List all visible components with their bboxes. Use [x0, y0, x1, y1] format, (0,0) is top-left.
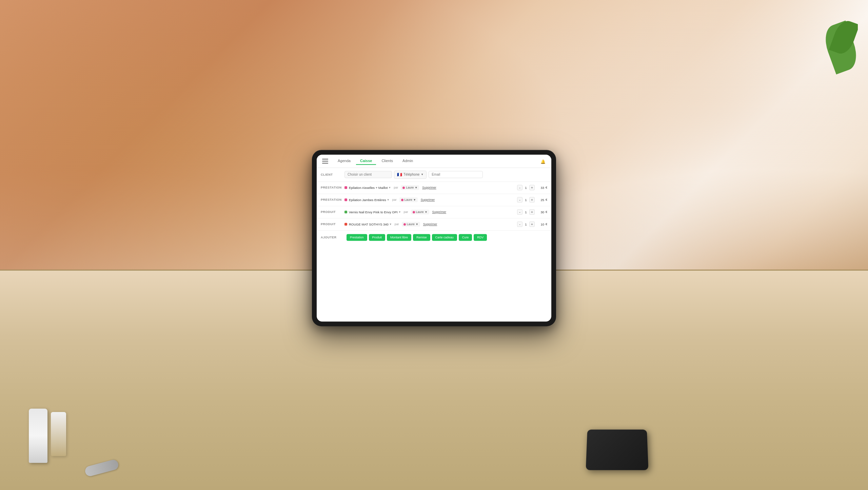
add-buttons: Prestation Produit Montant libre Remise …: [347, 234, 487, 241]
price-2: 25: [536, 198, 544, 202]
email-input[interactable]: [429, 171, 483, 178]
flag-icon: 🇫🇷: [397, 172, 402, 177]
operator-4-arrow: ▼: [416, 223, 418, 226]
qty-controls-1: - 1 + 33 €: [517, 185, 547, 190]
client-row: CLIENT 🇫🇷 Téléphone ▼: [317, 168, 551, 182]
supprimer-3-button[interactable]: Supprimer: [432, 210, 447, 214]
produit-2-color: [344, 223, 347, 226]
tablet-frame: Agenda Caisse Clients Admin 🔔 CLIENT: [312, 150, 556, 326]
qty-value-2: 1: [524, 198, 528, 202]
produit-row-1: PRODUIT Vernis Nail Envy Pink to Envy OP…: [317, 206, 551, 218]
qty-minus-1[interactable]: -: [517, 185, 522, 190]
client-search-input[interactable]: [344, 171, 392, 178]
produit-1-name: Vernis Nail Envy Pink to Envy OPI ▼: [349, 210, 401, 214]
prestation-1-dropdown-icon[interactable]: ▼: [388, 186, 391, 189]
menu-icon[interactable]: [322, 159, 328, 163]
prestation-2-color: [344, 198, 347, 201]
qty-controls-2: - 1 + 25 €: [517, 197, 547, 202]
operator-1-name: Laure: [406, 186, 414, 189]
bottle-left: [29, 409, 47, 463]
add-prestation-button[interactable]: Prestation: [347, 234, 367, 241]
notification-icon[interactable]: 🔔: [540, 158, 546, 164]
operator-2-arrow: ▼: [413, 198, 416, 201]
produit-2-dropdown-icon[interactable]: ▼: [389, 223, 392, 226]
phone-dropdown-icon: ▼: [421, 173, 423, 176]
prestation-1-par: par: [394, 186, 398, 189]
operator-2-name: Laure: [405, 198, 412, 201]
plant-decoration: [817, 17, 858, 85]
nav-tabs: Agenda Caisse Clients Admin: [334, 157, 540, 165]
currency-3: €: [546, 210, 547, 214]
add-cure-button[interactable]: Cure: [459, 234, 472, 241]
operator-1-dot: [402, 187, 405, 189]
prestation-1-color: [344, 186, 347, 189]
qty-value-1: 1: [524, 186, 528, 190]
operator-3-name: Laure: [416, 210, 424, 214]
ajouter-label: AJOUTER: [321, 236, 344, 239]
qty-plus-3[interactable]: +: [529, 209, 535, 215]
prestation-row-2: PRESTATION Epilation Jambes Entières ▼ p…: [317, 194, 551, 206]
currency-1: €: [546, 186, 547, 189]
bell-icon: 🔔: [540, 159, 546, 164]
produit-1-dropdown-icon[interactable]: ▼: [398, 211, 401, 214]
operator-2-dot: [401, 199, 403, 201]
qty-minus-2[interactable]: -: [517, 197, 522, 202]
prestation-1-operator[interactable]: Laure ▼: [401, 185, 419, 190]
qty-controls-4: - 1 + 10 €: [517, 221, 547, 227]
operator-1-arrow: ▼: [415, 186, 417, 189]
add-montant-libre-button[interactable]: Montant libre: [387, 234, 411, 241]
produit-1-label: PRODUIT: [321, 210, 344, 214]
prestation-2-name: Epilation Jambes Entières ▼: [349, 198, 390, 202]
qty-value-3: 1: [524, 210, 528, 214]
phone-button[interactable]: 🇫🇷 Téléphone ▼: [394, 171, 427, 179]
prestation-2-operator[interactable]: Laure ▼: [399, 197, 418, 202]
produit-2-operator[interactable]: Laure ▼: [402, 222, 420, 227]
tablet-wrapper: Agenda Caisse Clients Admin 🔔 CLIENT: [312, 150, 556, 326]
prestation-1-label: PRESTATION: [321, 186, 344, 189]
tab-caisse[interactable]: Caisse: [356, 157, 376, 165]
qty-minus-3[interactable]: -: [517, 209, 522, 215]
prestation-2-dropdown-icon[interactable]: ▼: [387, 198, 390, 201]
currency-2: €: [546, 198, 547, 201]
produit-1-par: par: [404, 210, 408, 214]
prestation-2-content: Epilation Jambes Entières ▼ par Laure ▼ …: [344, 197, 517, 202]
produit-1-operator[interactable]: Laure ▼: [411, 210, 429, 214]
add-carte-cadeau-button[interactable]: Carte cadeau: [432, 234, 457, 241]
qty-value-4: 1: [524, 222, 528, 226]
add-row: AJOUTER Prestation Produit Montant libre…: [317, 231, 551, 244]
app-header: Agenda Caisse Clients Admin 🔔: [317, 155, 551, 168]
app-content: CLIENT 🇫🇷 Téléphone ▼ PRESTATION: [317, 168, 551, 321]
produit-2-par: par: [395, 222, 399, 226]
prestation-2-par: par: [392, 198, 397, 201]
add-rdv-button[interactable]: RDV: [474, 234, 487, 241]
add-produit-button[interactable]: Produit: [369, 234, 386, 241]
prestation-1-content: Epilation Aisselles + Maillot ▼ par Laur…: [344, 185, 517, 190]
tab-clients[interactable]: Clients: [377, 157, 397, 165]
produit-2-name: ROUGE MAT SOTHYS 340 ▼: [349, 222, 392, 226]
produit-1-color: [344, 211, 347, 213]
operator-3-arrow: ▼: [425, 211, 428, 214]
produit-2-label: PRODUIT: [321, 222, 344, 226]
produit-2-content: ROUGE MAT SOTHYS 340 ▼ par Laure ▼ Suppr…: [344, 222, 517, 227]
qty-minus-4[interactable]: -: [517, 221, 522, 227]
tab-admin[interactable]: Admin: [398, 157, 417, 165]
operator-4-name: Laure: [407, 222, 415, 226]
price-1: 33: [536, 186, 544, 190]
phone-label: Téléphone: [403, 173, 419, 176]
supprimer-2-button[interactable]: Supprimer: [421, 198, 435, 201]
qty-plus-2[interactable]: +: [529, 197, 535, 202]
operator-4-dot: [403, 223, 406, 226]
price-4: 10: [536, 222, 544, 226]
operator-3-dot: [413, 211, 415, 213]
qty-controls-3: - 1 + 30 €: [517, 209, 547, 215]
supprimer-1-button[interactable]: Supprimer: [422, 186, 436, 189]
qty-plus-4[interactable]: +: [529, 221, 535, 227]
prestation-row-1: PRESTATION Epilation Aisselles + Maillot…: [317, 182, 551, 194]
supprimer-4-button[interactable]: Supprimer: [423, 222, 437, 226]
prestation-2-label: PRESTATION: [321, 198, 344, 201]
tablet-screen: Agenda Caisse Clients Admin 🔔 CLIENT: [317, 155, 551, 321]
tab-agenda[interactable]: Agenda: [334, 157, 355, 165]
qty-plus-1[interactable]: +: [529, 185, 535, 190]
add-remise-button[interactable]: Remise: [413, 234, 430, 241]
currency-4: €: [546, 222, 547, 226]
